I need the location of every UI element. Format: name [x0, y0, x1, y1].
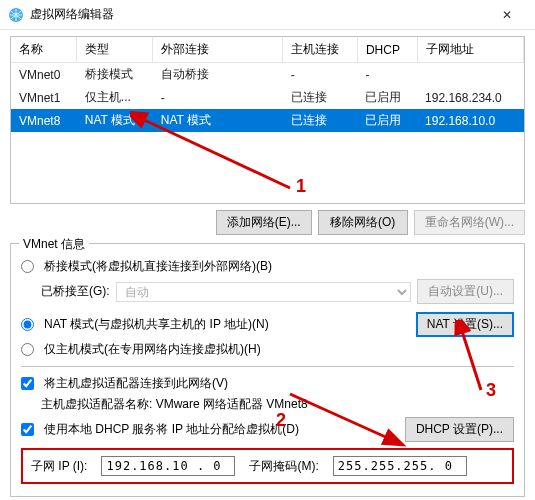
group-title: VMnet 信息 — [19, 236, 89, 253]
column-header[interactable]: 名称 — [11, 37, 77, 63]
bridge-radio-label: 桥接模式(将虚拟机直接连接到外部网络)(B) — [44, 258, 272, 275]
connect-adapter-label: 将主机虚拟适配器连接到此网络(V) — [44, 375, 228, 392]
bridge-to-select: 自动 — [116, 282, 412, 302]
app-icon — [8, 7, 24, 23]
table-cell: - — [283, 63, 358, 87]
table-row[interactable]: VMnet1仅主机...-已连接已启用192.168.234.0 — [11, 86, 524, 109]
nat-radio-label: NAT 模式(与虚拟机共享主机的 IP 地址)(N) — [44, 316, 269, 333]
table-cell: 已启用 — [357, 109, 417, 132]
network-table[interactable]: 名称类型外部连接主机连接DHCP子网地址 VMnet0桥接模式自动桥接--VMn… — [10, 36, 525, 204]
column-header[interactable]: 外部连接 — [153, 37, 283, 63]
column-header[interactable]: DHCP — [357, 37, 417, 63]
subnet-ip-label: 子网 IP (I): — [31, 458, 87, 475]
table-cell: 192.168.10.0 — [417, 109, 523, 132]
table-cell: - — [357, 63, 417, 87]
table-row[interactable]: VMnet0桥接模式自动桥接-- — [11, 63, 524, 87]
close-button[interactable]: ✕ — [487, 1, 527, 29]
table-cell: 仅主机... — [77, 86, 153, 109]
table-cell: NAT 模式 — [77, 109, 153, 132]
subnet-box: 子网 IP (I): 子网掩码(M): — [21, 448, 514, 484]
table-cell: VMnet8 — [11, 109, 77, 132]
subnet-mask-label: 子网掩码(M): — [249, 458, 318, 475]
nat-radio[interactable] — [21, 318, 34, 331]
remove-network-button[interactable]: 移除网络(O) — [318, 210, 408, 235]
hostonly-radio-label: 仅主机模式(在专用网络内连接虚拟机)(H) — [44, 341, 261, 358]
dhcp-checkbox-label: 使用本地 DHCP 服务将 IP 地址分配给虚拟机(D) — [44, 421, 299, 438]
subnet-mask-input[interactable] — [333, 456, 467, 476]
hostonly-radio[interactable] — [21, 343, 34, 356]
column-header[interactable]: 主机连接 — [283, 37, 358, 63]
column-header[interactable]: 类型 — [77, 37, 153, 63]
bridge-radio[interactable] — [21, 260, 34, 273]
column-header[interactable]: 子网地址 — [417, 37, 523, 63]
adapter-name-label: 主机虚拟适配器名称: VMware 网络适配器 VMnet8 — [41, 396, 308, 413]
table-cell: 已启用 — [357, 86, 417, 109]
auto-settings-button: 自动设置(U)... — [417, 279, 514, 304]
table-cell: VMnet1 — [11, 86, 77, 109]
add-network-button[interactable]: 添加网络(E)... — [216, 210, 312, 235]
table-cell: 已连接 — [283, 86, 358, 109]
table-cell: - — [153, 86, 283, 109]
bridge-to-label: 已桥接至(G): — [41, 283, 110, 300]
window-title: 虚拟网络编辑器 — [30, 6, 487, 23]
vmnet-info-group: VMnet 信息 桥接模式(将虚拟机直接连接到外部网络)(B) 已桥接至(G):… — [10, 243, 525, 497]
rename-network-button: 重命名网络(W)... — [414, 210, 525, 235]
dhcp-settings-button[interactable]: DHCP 设置(P)... — [405, 417, 514, 442]
table-cell: NAT 模式 — [153, 109, 283, 132]
table-cell: 桥接模式 — [77, 63, 153, 87]
subnet-ip-input[interactable] — [101, 456, 235, 476]
table-cell — [417, 63, 523, 87]
table-row[interactable]: VMnet8NAT 模式NAT 模式已连接已启用192.168.10.0 — [11, 109, 524, 132]
table-cell: 自动桥接 — [153, 63, 283, 87]
connect-adapter-checkbox[interactable] — [21, 377, 34, 390]
table-cell: VMnet0 — [11, 63, 77, 87]
table-cell: 已连接 — [283, 109, 358, 132]
table-cell: 192.168.234.0 — [417, 86, 523, 109]
nat-settings-button[interactable]: NAT 设置(S)... — [416, 312, 514, 337]
dhcp-checkbox[interactable] — [21, 423, 34, 436]
